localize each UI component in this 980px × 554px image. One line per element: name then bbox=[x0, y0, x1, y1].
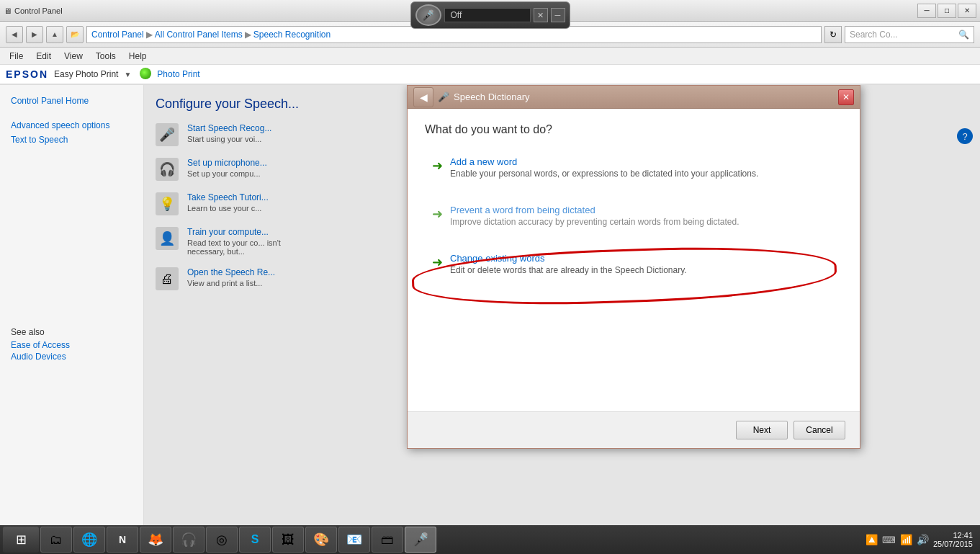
prevent-word-desc: Improve dictation accuracy by preventing… bbox=[450, 217, 740, 227]
menu-view[interactable]: View bbox=[58, 50, 89, 63]
change-words-text: Change existing words Edit or delete wor… bbox=[450, 253, 687, 275]
dialog-option-add-word[interactable]: ➜ Add a new word Enable your personal wo… bbox=[425, 151, 842, 184]
dialog-title-left: ◀ 🎤 Speech Dictionary bbox=[413, 87, 530, 107]
tray-keyboard-icon[interactable]: ⌨ bbox=[882, 535, 896, 545]
menu-file[interactable]: File bbox=[4, 50, 29, 63]
prevent-word-arrow-icon: ➜ bbox=[432, 206, 443, 222]
dialog-close-button[interactable]: ✕ bbox=[838, 89, 854, 105]
content-area: Configure your Speech... 🎤 Start Speech … bbox=[144, 85, 980, 525]
epson-app-label: Easy Photo Print bbox=[54, 69, 118, 79]
speech-recognition-bar: 🎤 Off ✕ ─ bbox=[410, 1, 570, 29]
add-word-text: Add a new word Enable your personal word… bbox=[450, 156, 758, 179]
address-sep-1: ▶ bbox=[146, 30, 153, 40]
taskbar-circle-app[interactable]: ◎ bbox=[206, 527, 238, 553]
taskbar-ie[interactable]: 🌐 bbox=[73, 527, 105, 553]
dialog-title-text: 🎤 Speech Dictionary bbox=[438, 91, 530, 102]
start-button[interactable]: ⊞ bbox=[3, 527, 39, 553]
address-sep-2: ▶ bbox=[245, 30, 251, 40]
change-words-desc: Edit or delete words that are already in… bbox=[450, 265, 687, 275]
menu-edit[interactable]: Edit bbox=[30, 50, 57, 63]
dialog-option-prevent-word[interactable]: ➜ Prevent a word from being dictated Imp… bbox=[425, 199, 842, 233]
epson-bar: EPSON Easy Photo Print ▼ Photo Print bbox=[0, 65, 980, 85]
refresh-button[interactable]: ↻ bbox=[824, 26, 842, 43]
dialog-title-label: Speech Dictionary bbox=[454, 91, 530, 102]
taskbar-microphone[interactable]: 🎤 bbox=[405, 527, 436, 553]
taskbar-skype[interactable]: S bbox=[239, 527, 271, 553]
prevent-word-title[interactable]: Prevent a word from being dictated bbox=[450, 205, 740, 215]
minimize-button[interactable]: ─ bbox=[917, 4, 936, 18]
menu-bar: File Edit View Tools Help bbox=[0, 48, 980, 65]
taskbar-photos[interactable]: 🖼 bbox=[272, 527, 304, 553]
taskbar-app-grid[interactable]: 🗃 bbox=[372, 527, 403, 553]
dialog-body: What do you want to do? ➜ Add a new word… bbox=[408, 109, 860, 411]
taskbar-clock: 12:41 bbox=[933, 531, 973, 540]
window-controls: ─ □ ✕ bbox=[917, 4, 976, 18]
epson-logo: EPSON bbox=[6, 68, 48, 80]
sidebar-control-panel-home[interactable]: Control Panel Home bbox=[0, 94, 143, 108]
taskbar-headphones[interactable]: 🎧 bbox=[173, 527, 204, 553]
taskbar-app-n[interactable]: N bbox=[107, 527, 138, 553]
up-button[interactable]: ▲ bbox=[46, 26, 63, 43]
taskbar-mail[interactable]: 📧 bbox=[338, 527, 370, 553]
title-bar-left: 🖥 Control Panel bbox=[4, 6, 63, 15]
address-control-panel[interactable]: Control Panel bbox=[91, 30, 144, 40]
see-also-audio-devices[interactable]: Audio Devices bbox=[11, 352, 132, 362]
main-layout: Control Panel Home Advanced speech optio… bbox=[0, 85, 980, 525]
sidebar: Control Panel Home Advanced speech optio… bbox=[0, 85, 144, 525]
close-button[interactable]: ✕ bbox=[958, 4, 976, 18]
taskbar-paint[interactable]: 🎨 bbox=[305, 527, 337, 553]
taskbar-time: 12:41 25/07/2015 bbox=[933, 531, 973, 548]
change-words-title[interactable]: Change existing words bbox=[450, 253, 687, 264]
forward-button[interactable]: ▶ bbox=[26, 26, 43, 43]
next-button[interactable]: Next bbox=[736, 421, 788, 439]
cancel-button[interactable]: Cancel bbox=[794, 421, 845, 439]
see-also-ease-of-access[interactable]: Ease of Access bbox=[11, 340, 132, 350]
dialog-footer: Next Cancel bbox=[408, 411, 860, 448]
speech-mic-button[interactable]: 🎤 bbox=[415, 4, 441, 26]
search-placeholder: Search Co... bbox=[850, 30, 898, 40]
title-bar: 🖥 Control Panel 🎤 Off ✕ ─ ─ □ ✕ bbox=[0, 0, 980, 22]
taskbar: ⊞ 🗂 🌐 N 🦊 🎧 ◎ S 🖼 🎨 📧 🗃 🎤 🔼 ⌨ 📶 🔊 12:41 … bbox=[0, 525, 980, 554]
add-word-title[interactable]: Add a new word bbox=[450, 156, 758, 167]
taskbar-firefox[interactable]: 🦊 bbox=[140, 527, 171, 553]
sidebar-text-to-speech[interactable]: Text to Speech bbox=[0, 133, 143, 147]
address-speech-recognition[interactable]: Speech Recognition bbox=[253, 30, 331, 40]
taskbar-date: 25/07/2015 bbox=[933, 540, 973, 548]
change-words-arrow-icon: ➜ bbox=[432, 254, 443, 270]
see-also-title: See also bbox=[11, 327, 132, 337]
maximize-button[interactable]: □ bbox=[938, 4, 956, 18]
menu-help[interactable]: Help bbox=[123, 50, 153, 63]
address-icon: 📂 bbox=[66, 26, 84, 43]
back-button[interactable]: ◀ bbox=[6, 26, 23, 43]
epson-green-dot bbox=[140, 68, 151, 79]
add-word-arrow-icon: ➜ bbox=[432, 158, 443, 174]
title-bar-icon: 🖥 bbox=[4, 6, 12, 15]
title-bar-title: Control Panel bbox=[14, 6, 63, 15]
speech-close-button[interactable]: ✕ bbox=[534, 8, 548, 22]
dialog-title-bar: ◀ 🎤 Speech Dictionary ✕ bbox=[408, 86, 860, 109]
taskbar-file-explorer[interactable]: 🗂 bbox=[40, 527, 72, 553]
address-all-items[interactable]: All Control Panel Items bbox=[155, 30, 243, 40]
sidebar-advanced-speech[interactable]: Advanced speech options bbox=[0, 118, 143, 133]
speech-dictionary-dialog: ◀ 🎤 Speech Dictionary ✕ What do you want… bbox=[407, 85, 860, 449]
prevent-word-text: Prevent a word from being dictated Impro… bbox=[450, 205, 740, 227]
search-box[interactable]: Search Co... 🔍 bbox=[845, 26, 974, 43]
add-word-desc: Enable your personal words, or expressio… bbox=[450, 169, 758, 179]
tray-up-arrow[interactable]: 🔼 bbox=[866, 534, 878, 545]
epson-photo-print[interactable]: Photo Print bbox=[157, 69, 199, 79]
tray-volume-icon[interactable]: 🔊 bbox=[917, 534, 929, 545]
dialog-title-mic-icon: 🎤 bbox=[438, 91, 449, 102]
dialog-back-button[interactable]: ◀ bbox=[413, 87, 433, 107]
dialog-question: What do you want to do? bbox=[425, 123, 842, 136]
dialog-option-change-words[interactable]: ➜ Change existing words Edit or delete w… bbox=[425, 247, 842, 281]
speech-minimize-button[interactable]: ─ bbox=[551, 8, 565, 22]
search-icon: 🔍 bbox=[958, 30, 969, 40]
tray-network-icon[interactable]: 📶 bbox=[900, 534, 912, 545]
speech-status: Off bbox=[444, 8, 531, 22]
taskbar-tray: 🔼 ⌨ 📶 🔊 12:41 25/07/2015 bbox=[866, 531, 977, 548]
menu-tools[interactable]: Tools bbox=[90, 50, 122, 63]
epson-dropdown-icon[interactable]: ▼ bbox=[124, 71, 131, 79]
